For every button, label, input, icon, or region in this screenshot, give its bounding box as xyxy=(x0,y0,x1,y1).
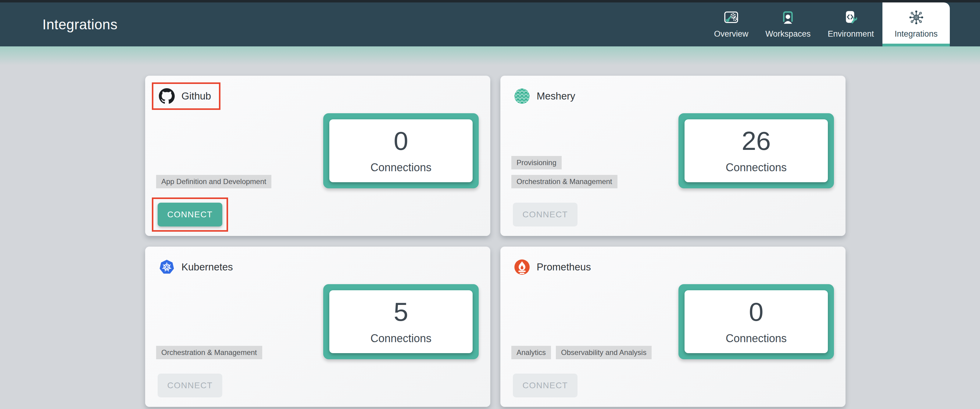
category-badges: App Definition and Development xyxy=(156,175,271,189)
annotation-box-connect-button: CONNECT xyxy=(152,198,228,232)
connections-label: Connections xyxy=(371,161,431,174)
connect-button-area: CONNECT xyxy=(507,368,583,403)
integration-name: Kubernetes xyxy=(181,261,233,273)
page-title: Integrations xyxy=(42,16,118,33)
category-badges: Analytics Observability and Analysis xyxy=(511,346,652,359)
integration-name: Meshery xyxy=(537,90,575,102)
nav-item-workspaces[interactable]: Workspaces xyxy=(757,2,819,46)
main-nav: Overview Workspaces xyxy=(706,2,950,46)
card-header: Prometheus xyxy=(507,253,600,281)
overview-icon xyxy=(724,10,739,25)
nav-label-workspaces: Workspaces xyxy=(765,29,810,39)
category-badge: App Definition and Development xyxy=(156,175,271,189)
connect-button: CONNECT xyxy=(513,203,578,227)
annotation-box-github-header: Github xyxy=(152,82,220,110)
category-badges: Orchestration & Management xyxy=(156,346,262,359)
connections-count: 5 xyxy=(394,299,408,325)
nav-item-environment[interactable]: Environment xyxy=(819,2,883,46)
connections-count: 0 xyxy=(749,299,764,325)
connections-count: 26 xyxy=(741,128,771,154)
integrations-grid: Github App Definition and Development 0 … xyxy=(145,76,846,407)
connections-label: Connections xyxy=(371,332,431,345)
nav-label-overview: Overview xyxy=(714,29,749,39)
nav-label-integrations: Integrations xyxy=(895,29,938,39)
header-gradient xyxy=(0,46,980,66)
integrations-icon xyxy=(908,10,924,25)
nav-item-overview[interactable]: Overview xyxy=(706,2,757,46)
integration-name: Prometheus xyxy=(537,261,591,273)
category-badge: Analytics xyxy=(511,346,551,359)
meshery-icon xyxy=(514,88,530,104)
card-header: Kubernetes xyxy=(152,253,242,281)
integration-card-kubernetes: Kubernetes Orchestration & Management 5 … xyxy=(145,247,490,407)
integration-card-prometheus: Prometheus Analytics Observability and A… xyxy=(500,247,846,407)
window-top-strip xyxy=(0,0,980,2)
category-badge: Observability and Analysis xyxy=(556,346,652,359)
connections-inner: 0 Connections xyxy=(329,119,473,182)
connections-inner: 0 Connections xyxy=(684,290,828,353)
integration-name: Github xyxy=(181,90,211,102)
nav-label-environment: Environment xyxy=(827,29,874,39)
nav-item-integrations-active-tab[interactable]: Integrations xyxy=(883,2,950,46)
connections-inner: 26 Connections xyxy=(684,119,828,182)
category-badge: Provisioning xyxy=(511,156,562,169)
integration-card-meshery: Meshery Provisioning Orchestration & Man… xyxy=(500,76,846,236)
card-header: Meshery xyxy=(507,82,585,110)
category-badge: Orchestration & Management xyxy=(511,175,617,189)
connections-box: 26 Connections xyxy=(678,113,834,189)
connect-button-area: CONNECT xyxy=(507,198,583,232)
app-header: Integrations Overview xyxy=(0,2,980,46)
prometheus-icon xyxy=(514,259,530,275)
category-badges: Provisioning Orchestration & Management xyxy=(511,156,617,189)
environment-icon xyxy=(843,10,858,25)
kubernetes-icon xyxy=(159,259,175,275)
workspaces-icon xyxy=(780,10,795,25)
connect-button: CONNECT xyxy=(158,374,222,398)
connections-box: 0 Connections xyxy=(323,113,479,189)
connections-inner: 5 Connections xyxy=(329,290,473,353)
integration-card-github: Github App Definition and Development 0 … xyxy=(145,76,490,236)
connections-count: 0 xyxy=(394,128,408,154)
category-badge: Orchestration & Management xyxy=(156,346,262,359)
connections-box: 0 Connections xyxy=(678,284,834,359)
github-icon xyxy=(159,88,175,104)
connect-button[interactable]: CONNECT xyxy=(158,203,222,227)
connect-button: CONNECT xyxy=(513,374,578,398)
connect-button-area: CONNECT xyxy=(152,368,228,403)
connections-label: Connections xyxy=(726,161,787,174)
connections-label: Connections xyxy=(726,332,787,345)
connections-box: 5 Connections xyxy=(323,284,479,359)
